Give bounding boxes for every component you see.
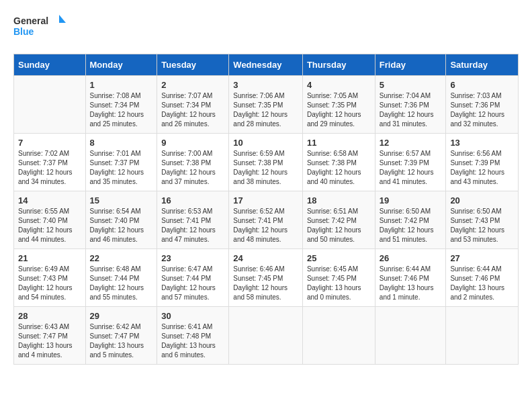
cell-info: Sunrise: 7:07 AMSunset: 7:34 PMDaylight:… [161, 92, 216, 128]
date-number: 14 [18, 195, 81, 205]
weekday-header: Friday [375, 54, 446, 75]
date-number: 23 [161, 253, 224, 263]
calendar-cell: 19 Sunrise: 6:50 AMSunset: 7:42 PMDaylig… [375, 191, 446, 248]
calendar-cell: 18 Sunrise: 6:51 AMSunset: 7:42 PMDaylig… [302, 191, 375, 248]
calendar-cell: 4 Sunrise: 7:05 AMSunset: 7:35 PMDayligh… [302, 75, 375, 133]
calendar-cell: 11 Sunrise: 6:58 AMSunset: 7:38 PMDaylig… [302, 133, 375, 191]
date-number: 24 [233, 253, 298, 263]
calendar-cell: 14 Sunrise: 6:55 AMSunset: 7:40 PMDaylig… [14, 191, 86, 248]
cell-info: Sunrise: 7:00 AMSunset: 7:38 PMDaylight:… [161, 150, 216, 185]
calendar-week-row: 1 Sunrise: 7:08 AMSunset: 7:34 PMDayligh… [14, 75, 519, 133]
cell-info: Sunrise: 6:59 AMSunset: 7:38 PMDaylight:… [233, 150, 287, 185]
weekday-header: Saturday [446, 54, 519, 75]
calendar-cell: 8 Sunrise: 7:01 AMSunset: 7:37 PMDayligh… [85, 133, 157, 191]
calendar-cell: 27 Sunrise: 6:44 AMSunset: 7:46 PMDaylig… [446, 248, 519, 306]
svg-marker-2 [59, 15, 66, 23]
date-number: 7 [18, 138, 81, 148]
svg-text:General: General [13, 15, 48, 26]
calendar-cell: 30 Sunrise: 6:41 AMSunset: 7:48 PMDaylig… [157, 306, 229, 364]
calendar-cell: 7 Sunrise: 7:02 AMSunset: 7:37 PMDayligh… [14, 133, 86, 191]
date-number: 16 [161, 195, 224, 205]
cell-info: Sunrise: 6:44 AMSunset: 7:46 PMDaylight:… [450, 265, 504, 301]
calendar-cell: 17 Sunrise: 6:52 AMSunset: 7:41 PMDaylig… [229, 191, 303, 248]
date-number: 19 [380, 195, 442, 205]
date-number: 27 [450, 253, 514, 263]
calendar-cell: 26 Sunrise: 6:44 AMSunset: 7:46 PMDaylig… [375, 248, 446, 306]
cell-info: Sunrise: 6:48 AMSunset: 7:44 PMDaylight:… [90, 265, 144, 301]
calendar-cell [14, 75, 86, 133]
calendar-cell [375, 306, 446, 364]
page-header: General Blue [13, 13, 519, 43]
date-number: 9 [161, 138, 224, 148]
calendar-cell: 6 Sunrise: 7:03 AMSunset: 7:36 PMDayligh… [446, 75, 519, 133]
cell-info: Sunrise: 7:04 AMSunset: 7:36 PMDaylight:… [380, 92, 434, 128]
calendar-cell: 1 Sunrise: 7:08 AMSunset: 7:34 PMDayligh… [85, 75, 157, 133]
calendar-cell: 9 Sunrise: 7:00 AMSunset: 7:38 PMDayligh… [157, 133, 229, 191]
cell-info: Sunrise: 7:01 AMSunset: 7:37 PMDaylight:… [90, 150, 144, 185]
weekday-header: Tuesday [157, 54, 229, 75]
cell-info: Sunrise: 7:05 AMSunset: 7:35 PMDaylight:… [307, 92, 361, 128]
date-number: 2 [161, 80, 224, 90]
cell-info: Sunrise: 6:50 AMSunset: 7:43 PMDaylight:… [450, 208, 504, 243]
date-number: 8 [90, 138, 153, 148]
cell-info: Sunrise: 6:56 AMSunset: 7:39 PMDaylight:… [450, 150, 504, 185]
calendar-week-row: 14 Sunrise: 6:55 AMSunset: 7:40 PMDaylig… [14, 191, 519, 248]
logo: General Blue [13, 13, 67, 43]
date-number: 30 [161, 311, 224, 321]
date-number: 3 [233, 80, 298, 90]
logo-text: General Blue [13, 13, 67, 43]
weekday-header: Wednesday [229, 54, 303, 75]
calendar-cell: 22 Sunrise: 6:48 AMSunset: 7:44 PMDaylig… [85, 248, 157, 306]
cell-info: Sunrise: 7:08 AMSunset: 7:34 PMDaylight:… [90, 92, 144, 128]
calendar-cell: 28 Sunrise: 6:43 AMSunset: 7:47 PMDaylig… [14, 306, 86, 364]
calendar-cell: 29 Sunrise: 6:42 AMSunset: 7:47 PMDaylig… [85, 306, 157, 364]
date-number: 18 [307, 195, 371, 205]
weekday-header: Monday [85, 54, 157, 75]
calendar-cell: 2 Sunrise: 7:07 AMSunset: 7:34 PMDayligh… [157, 75, 229, 133]
weekday-header: Thursday [302, 54, 375, 75]
calendar-cell: 10 Sunrise: 6:59 AMSunset: 7:38 PMDaylig… [229, 133, 303, 191]
cell-info: Sunrise: 6:55 AMSunset: 7:40 PMDaylight:… [18, 208, 73, 243]
date-number: 10 [233, 138, 298, 148]
date-number: 26 [380, 253, 442, 263]
date-number: 6 [450, 80, 514, 90]
cell-info: Sunrise: 6:58 AMSunset: 7:38 PMDaylight:… [307, 150, 361, 185]
date-number: 12 [380, 138, 442, 148]
calendar-cell: 16 Sunrise: 6:53 AMSunset: 7:41 PMDaylig… [157, 191, 229, 248]
date-number: 15 [90, 195, 153, 205]
cell-info: Sunrise: 6:54 AMSunset: 7:40 PMDaylight:… [90, 208, 144, 243]
calendar-cell: 3 Sunrise: 7:06 AMSunset: 7:35 PMDayligh… [229, 75, 303, 133]
cell-info: Sunrise: 7:06 AMSunset: 7:35 PMDaylight:… [233, 92, 287, 128]
weekday-header: Sunday [14, 54, 86, 75]
calendar-cell [446, 306, 519, 364]
date-number: 13 [450, 138, 514, 148]
cell-info: Sunrise: 6:44 AMSunset: 7:46 PMDaylight:… [380, 265, 434, 301]
cell-info: Sunrise: 6:42 AMSunset: 7:47 PMDaylight:… [90, 323, 144, 359]
cell-info: Sunrise: 6:43 AMSunset: 7:47 PMDaylight:… [18, 323, 73, 359]
date-number: 22 [90, 253, 153, 263]
cell-info: Sunrise: 7:02 AMSunset: 7:37 PMDaylight:… [18, 150, 73, 185]
cell-info: Sunrise: 6:53 AMSunset: 7:41 PMDaylight:… [161, 208, 216, 243]
cell-info: Sunrise: 7:03 AMSunset: 7:36 PMDaylight:… [450, 92, 504, 128]
cell-info: Sunrise: 6:46 AMSunset: 7:45 PMDaylight:… [233, 265, 287, 301]
cell-info: Sunrise: 6:50 AMSunset: 7:42 PMDaylight:… [380, 208, 434, 243]
calendar-cell: 13 Sunrise: 6:56 AMSunset: 7:39 PMDaylig… [446, 133, 519, 191]
date-number: 29 [90, 311, 153, 321]
cell-info: Sunrise: 6:41 AMSunset: 7:48 PMDaylight:… [161, 323, 216, 359]
calendar-table: SundayMondayTuesdayWednesdayThursdayFrid… [13, 54, 519, 365]
header-row: SundayMondayTuesdayWednesdayThursdayFrid… [14, 54, 519, 75]
calendar-cell: 21 Sunrise: 6:49 AMSunset: 7:43 PMDaylig… [14, 248, 86, 306]
logo-svg: General Blue [13, 13, 67, 40]
calendar-cell: 20 Sunrise: 6:50 AMSunset: 7:43 PMDaylig… [446, 191, 519, 248]
calendar-cell [302, 306, 375, 364]
calendar-cell: 12 Sunrise: 6:57 AMSunset: 7:39 PMDaylig… [375, 133, 446, 191]
calendar-cell: 24 Sunrise: 6:46 AMSunset: 7:45 PMDaylig… [229, 248, 303, 306]
date-number: 5 [380, 80, 442, 90]
cell-info: Sunrise: 6:45 AMSunset: 7:45 PMDaylight:… [307, 265, 361, 301]
date-number: 21 [18, 253, 81, 263]
date-number: 1 [90, 80, 153, 90]
calendar-cell: 25 Sunrise: 6:45 AMSunset: 7:45 PMDaylig… [302, 248, 375, 306]
calendar-cell: 15 Sunrise: 6:54 AMSunset: 7:40 PMDaylig… [85, 191, 157, 248]
calendar-cell: 5 Sunrise: 7:04 AMSunset: 7:36 PMDayligh… [375, 75, 446, 133]
svg-text:Blue: Blue [13, 26, 34, 37]
